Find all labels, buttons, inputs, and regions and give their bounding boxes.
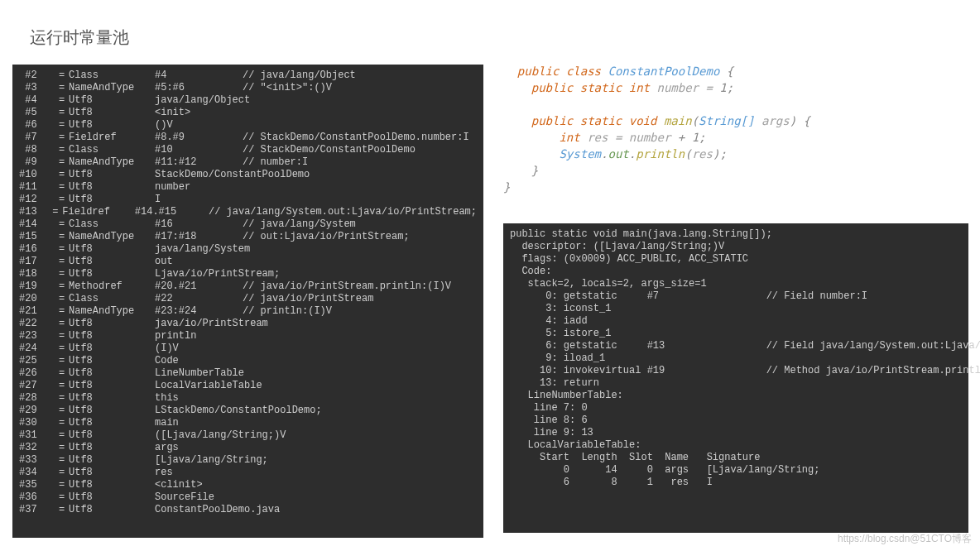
bytecode-line: 6 8 1 res I bbox=[510, 477, 962, 489]
brace: { bbox=[727, 65, 733, 78]
type: Fieldref bbox=[62, 206, 134, 218]
ref: LineNumberTable bbox=[155, 367, 243, 380]
ref: out bbox=[155, 256, 243, 268]
cmt: // java/io/PrintStream.println:(I)V bbox=[243, 280, 451, 293]
identifier: number bbox=[629, 131, 671, 144]
number: 1 bbox=[692, 131, 699, 144]
brace: { bbox=[804, 114, 810, 127]
type: Utf8 bbox=[69, 256, 155, 268]
constant-pool-row: #7= Fieldref#8.#9// StackDemo/ConstantPo… bbox=[19, 132, 477, 144]
type: Utf8 bbox=[69, 119, 155, 132]
constant-pool-row: #25= Utf8Code bbox=[19, 355, 477, 367]
ref: <clinit> bbox=[155, 479, 243, 491]
idx: #36 bbox=[19, 491, 59, 504]
type: Utf8 bbox=[69, 268, 155, 280]
bytecode-line: flags: (0x0009) ACC_PUBLIC, ACC_STATIC bbox=[510, 253, 962, 266]
paren: ( bbox=[692, 114, 699, 127]
type: Utf8 bbox=[69, 181, 155, 194]
ref: #11:#12 bbox=[155, 156, 243, 169]
semicolon: ; bbox=[699, 131, 705, 144]
idx: #13 bbox=[19, 206, 52, 218]
bytecode-line: 13: return bbox=[510, 377, 962, 390]
ref: #20.#21 bbox=[155, 280, 243, 293]
equals-sign: = bbox=[59, 380, 69, 392]
ref: #5:#6 bbox=[155, 82, 243, 94]
keyword: public bbox=[517, 65, 560, 78]
identifier: number bbox=[656, 81, 699, 94]
constant-pool-row: #12= Utf8I bbox=[19, 194, 477, 206]
constant-pool-row: #20= Class#22// java/io/PrintStream bbox=[19, 293, 477, 305]
type: Class bbox=[69, 144, 155, 156]
identifier: System bbox=[559, 147, 601, 161]
constant-pool-row: #33= Utf8[Ljava/lang/String; bbox=[19, 454, 477, 467]
java-source-panel: public class ConstantPoolDemo { public s… bbox=[503, 46, 967, 195]
constant-pool-row: #32= Utf8args bbox=[19, 442, 477, 454]
constant-pool-row: #22= Utf8java/io/PrintStream bbox=[19, 318, 477, 330]
equals-sign: = bbox=[52, 206, 62, 218]
brace: } bbox=[503, 180, 510, 194]
type: Utf8 bbox=[69, 330, 155, 343]
equals-sign: = bbox=[59, 467, 69, 479]
equals-sign: = bbox=[59, 69, 69, 82]
type: Class bbox=[69, 218, 155, 231]
bytecode-panel: public static void main(java.lang.String… bbox=[503, 223, 968, 533]
constant-pool-row: #31= Utf8([Ljava/lang/String;)V bbox=[19, 429, 477, 442]
equals-sign: = bbox=[59, 479, 69, 491]
type: Utf8 bbox=[69, 194, 155, 206]
idx: #27 bbox=[19, 380, 59, 392]
ref: number bbox=[155, 181, 243, 194]
constant-pool-row: #15= NameAndType#17:#18// out:Ljava/io/P… bbox=[19, 231, 477, 243]
idx: #33 bbox=[19, 454, 59, 467]
equals-sign: = bbox=[59, 280, 69, 293]
keyword: class bbox=[566, 65, 601, 78]
type: String[] bbox=[699, 114, 754, 127]
type: Utf8 bbox=[69, 343, 155, 355]
idx: #24 bbox=[19, 343, 59, 355]
idx: #32 bbox=[19, 442, 59, 454]
equals-sign: = bbox=[59, 169, 69, 181]
bytecode-line: 10: invokevirtual #19 // Method java/io/… bbox=[510, 365, 962, 377]
equals-sign: = bbox=[59, 256, 69, 268]
cmt: // java/lang/Object bbox=[243, 69, 356, 82]
type: NameAndType bbox=[69, 231, 155, 243]
idx: #14 bbox=[19, 218, 59, 231]
ref: LStackDemo/ConstantPoolDemo; bbox=[155, 405, 243, 417]
ref: #14.#15 bbox=[135, 206, 209, 218]
ref: #4 bbox=[155, 69, 243, 82]
constant-pool-row: #23= Utf8println bbox=[19, 330, 477, 343]
ref: ([Ljava/lang/String;)V bbox=[155, 429, 243, 442]
cmt: // StackDemo/ConstantPoolDemo bbox=[243, 144, 416, 156]
ref: #8.#9 bbox=[155, 132, 243, 144]
type: Methodref bbox=[69, 280, 155, 293]
ref: args bbox=[155, 442, 243, 454]
constant-pool-row: #6= Utf8()V bbox=[19, 119, 477, 132]
bytecode-line: 6: getstatic #13 // Field java/lang/Syst… bbox=[510, 340, 962, 352]
bytecode-line: LocalVariableTable: bbox=[510, 439, 962, 452]
idx: #28 bbox=[19, 392, 59, 405]
cmt: // println:(I)V bbox=[243, 305, 332, 318]
type: Fieldref bbox=[69, 132, 155, 144]
idx: #16 bbox=[19, 243, 59, 256]
constant-pool-row: #30= Utf8main bbox=[19, 417, 477, 429]
operator: + bbox=[678, 131, 685, 144]
equals-sign: = bbox=[59, 293, 69, 305]
equals-sign: = bbox=[59, 132, 69, 144]
idx: #30 bbox=[19, 417, 59, 429]
constant-pool-row: #10= Utf8StackDemo/ConstantPoolDemo bbox=[19, 169, 477, 181]
constant-pool-row: #14= Class#16// java/lang/System bbox=[19, 218, 477, 231]
type: Utf8 bbox=[69, 442, 155, 454]
ref: res bbox=[155, 467, 243, 479]
equals-sign: = bbox=[59, 392, 69, 405]
bytecode-line: public static void main(java.lang.String… bbox=[510, 228, 962, 241]
ref: ()V bbox=[155, 119, 243, 132]
bytecode-line: 9: iload_1 bbox=[510, 352, 962, 365]
equals-sign: = bbox=[59, 305, 69, 318]
idx: #19 bbox=[19, 280, 59, 293]
equals-sign: = bbox=[59, 268, 69, 280]
idx: #6 bbox=[19, 119, 59, 132]
equals-sign: = bbox=[59, 82, 69, 94]
idx: #9 bbox=[19, 156, 59, 169]
ref: [Ljava/lang/String; bbox=[155, 454, 243, 467]
bytecode-line: 5: istore_1 bbox=[510, 328, 962, 340]
ref: java/lang/Object bbox=[155, 94, 243, 107]
